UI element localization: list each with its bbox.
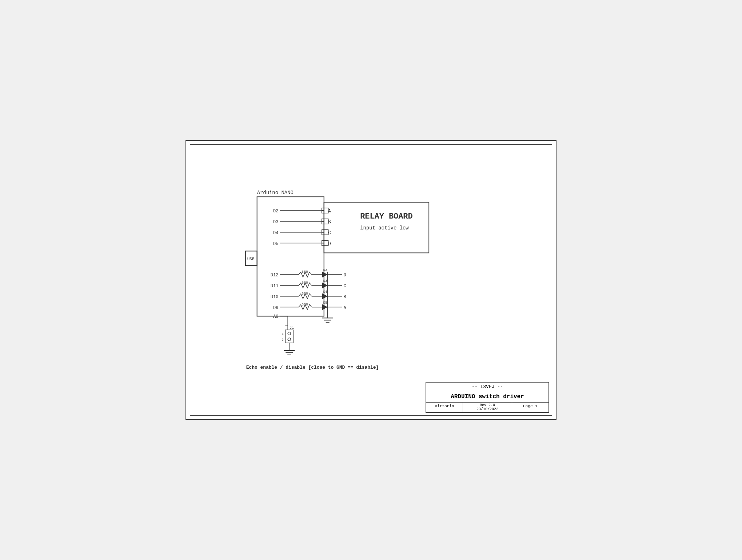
rev-label: Rev 2.0 [464, 403, 510, 407]
d3-diode-2 [322, 283, 328, 288]
title-block: -- I3VFJ -- ARDUINO switch driver Vittor… [426, 382, 549, 413]
arduino-label: Arduino NANO [257, 190, 294, 196]
d5-label: D5 [323, 301, 327, 305]
rev-date-cell: Rev 2.0 23/10/2022 [463, 403, 512, 412]
connector-b-label: B [328, 220, 331, 225]
d4-diode [322, 293, 328, 299]
connector-d-label: D [328, 241, 331, 247]
schematic-svg: Arduino NANO USB D2 D3 D4 D5 RELAY BOARD… [186, 141, 556, 419]
echo-label: Echo enable / disable [close to GND == d… [246, 365, 379, 370]
relay-board-label: RELAY BOARD [360, 212, 412, 221]
d3-diode-1 [322, 272, 328, 277]
d5-diode [322, 304, 328, 310]
c-out-label: C [343, 284, 346, 289]
usb-label: USB [247, 257, 255, 261]
d3-label-1: D3 [323, 268, 327, 272]
arduino-box [257, 197, 324, 316]
pin-a0-label: A0 [273, 314, 278, 319]
pin-d11-label: D11 [271, 284, 278, 289]
schematic-title: ARDUINO switch driver [426, 391, 548, 403]
title-row-details: Vittorio Rev 2.0 23/10/2022 Page 1 [426, 403, 548, 412]
pin-d4-label: D4 [273, 231, 278, 236]
connector-a-label: A [328, 209, 331, 214]
relay-board-subtitle: input active low [360, 225, 409, 231]
a-out-label: A [343, 305, 346, 311]
b-out-label: B [343, 295, 346, 300]
d3-label-2: D3 [323, 279, 327, 283]
schematic-page: Arduino NANO USB D2 D3 D4 D5 RELAY BOARD… [186, 140, 556, 420]
j1-label: J1 [290, 326, 294, 330]
j1-pin2 [288, 338, 291, 341]
pin-d3-label: D3 [273, 220, 278, 225]
j1-pin1-label: 1 [282, 332, 283, 336]
pin-d12-label: D12 [271, 273, 278, 278]
pin-d9-label: D9 [273, 305, 278, 311]
d4-label: D4 [323, 290, 327, 294]
connector-c-label: C [328, 231, 331, 236]
j1-pin1 [288, 332, 291, 335]
company-name: -- I3VFJ -- [426, 383, 548, 391]
date-label: 23/10/2022 [464, 407, 510, 411]
d-out-label: D [343, 273, 346, 278]
pin-d5-label: D5 [273, 241, 278, 247]
j1-pin2-label: 2 [282, 338, 283, 342]
author-cell: Vittorio [426, 403, 463, 412]
page-cell: Page 1 [512, 403, 548, 412]
pin-d10-label: D10 [271, 295, 278, 300]
pin-d2-label: D2 [273, 209, 278, 214]
